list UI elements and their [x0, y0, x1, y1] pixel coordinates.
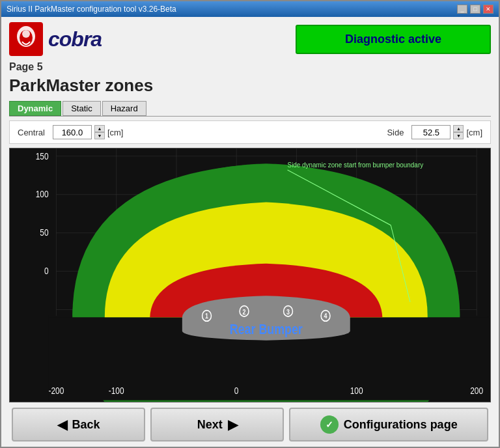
- side-spinner: ▲ ▼: [453, 125, 464, 139]
- config-check-icon: ✓: [320, 415, 339, 434]
- main-content: cobra Diagnostic active Page 5 ParkMaste…: [1, 17, 499, 448]
- side-unit: [cm]: [466, 128, 482, 137]
- central-down-button[interactable]: ▼: [94, 132, 105, 139]
- svg-text:0: 0: [44, 266, 49, 276]
- svg-text:0: 0: [234, 385, 239, 396]
- back-label: Back: [72, 418, 100, 432]
- cobra-logo-text: cobra: [48, 27, 102, 51]
- side-label: Side: [387, 128, 404, 137]
- minimize-button[interactable]: _: [457, 5, 467, 14]
- svg-point-3: [22, 30, 30, 38]
- central-label: Central: [18, 128, 45, 137]
- controls-row: Central ▲ ▼ [cm] Side ▲ ▼ [cm]: [9, 120, 491, 144]
- next-button[interactable]: Next ▶: [150, 408, 284, 441]
- svg-text:-100: -100: [109, 385, 124, 396]
- close-button[interactable]: ✕: [483, 5, 493, 14]
- title-bar: Sirius II ParkMaster configuration tool …: [1, 1, 499, 17]
- window-controls: _ □ ✕: [457, 5, 493, 14]
- svg-text:150: 150: [36, 151, 49, 161]
- chart-area: 1 2 3 4 Rear Bumper 150 100 50 0 -200 -1…: [9, 148, 491, 402]
- side-down-button[interactable]: ▼: [453, 132, 464, 139]
- zone-title: ParkMaster zones: [9, 76, 491, 96]
- diagnostic-badge: Diagnostic active: [296, 25, 491, 54]
- svg-text:Side dynamic zone start from b: Side dynamic zone start from bumper boun…: [288, 161, 424, 169]
- tab-dynamic[interactable]: Dynamic: [9, 101, 61, 116]
- cobra-logo-icon: [9, 22, 43, 56]
- svg-text:-200: -200: [49, 385, 64, 396]
- central-up-button[interactable]: ▲: [94, 125, 105, 132]
- tabs-row: Dynamic Static Hazard: [9, 101, 491, 117]
- svg-text:200: 200: [470, 385, 483, 396]
- svg-text:1: 1: [205, 312, 208, 320]
- central-spinner: ▲ ▼: [94, 125, 105, 139]
- central-input-group: ▲ ▼ [cm]: [53, 125, 124, 139]
- central-unit: [cm]: [107, 128, 124, 137]
- side-up-button[interactable]: ▲: [453, 125, 464, 132]
- back-icon: ◀: [57, 417, 67, 432]
- configurations-button[interactable]: ✓ Configurations page: [289, 408, 488, 441]
- central-input[interactable]: [53, 125, 92, 139]
- svg-text:3: 3: [286, 308, 290, 316]
- bottom-bar: ◀ Back Next ▶ ✓ Configurations page: [9, 402, 491, 444]
- svg-text:100: 100: [350, 385, 363, 396]
- tab-static[interactable]: Static: [62, 101, 101, 116]
- svg-text:2: 2: [243, 308, 246, 316]
- side-input-group: ▲ ▼ [cm]: [411, 125, 482, 139]
- config-label: Configurations page: [344, 418, 458, 432]
- back-button[interactable]: ◀ Back: [12, 408, 145, 441]
- side-input[interactable]: [411, 125, 451, 139]
- header-row: cobra Diagnostic active: [9, 22, 491, 56]
- page-number: Page 5: [9, 61, 491, 73]
- logo-area: cobra: [9, 22, 102, 56]
- svg-text:100: 100: [36, 189, 49, 199]
- maximize-button[interactable]: □: [470, 5, 480, 14]
- next-icon: ▶: [228, 417, 238, 432]
- svg-text:Rear Bumper: Rear Bumper: [230, 322, 303, 337]
- zone-chart: 1 2 3 4 Rear Bumper 150 100 50 0 -200 -1…: [10, 148, 490, 402]
- next-label: Next: [197, 418, 223, 432]
- app-title: Sirius II ParkMaster configuration tool …: [7, 5, 176, 14]
- svg-text:4: 4: [324, 312, 327, 320]
- tab-hazard[interactable]: Hazard: [102, 101, 146, 116]
- svg-text:50: 50: [40, 227, 48, 238]
